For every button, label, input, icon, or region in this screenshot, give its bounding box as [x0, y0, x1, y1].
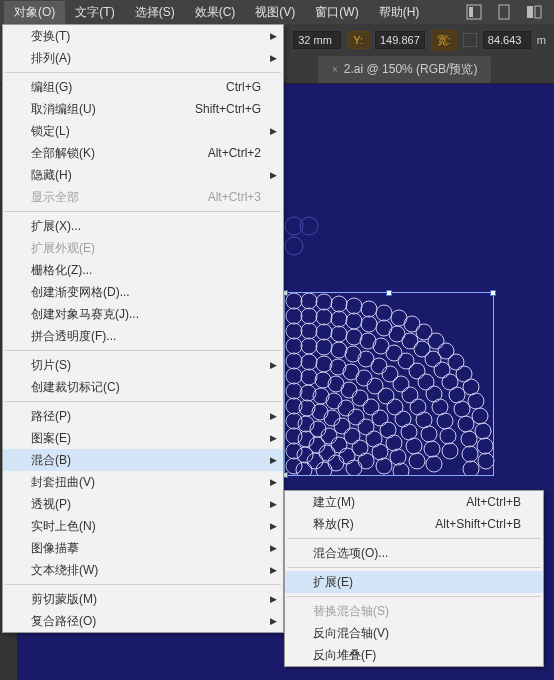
- link-icon[interactable]: [463, 33, 477, 47]
- blend-submenu: 建立(M)Alt+Ctrl+B 释放(R)Alt+Shift+Ctrl+B 混合…: [284, 490, 544, 667]
- mi-arrange[interactable]: 排列(A)▶: [3, 47, 283, 69]
- width-label: 宽:: [431, 30, 457, 51]
- submenu-arrow-icon: ▶: [270, 477, 277, 487]
- mi-lock[interactable]: 锁定(L)▶: [3, 120, 283, 142]
- submenu-arrow-icon: ▶: [270, 616, 277, 626]
- selection-handle[interactable]: [490, 290, 496, 296]
- menu-type[interactable]: 文字(T): [65, 1, 124, 24]
- submenu-arrow-icon: ▶: [270, 521, 277, 531]
- menu-help[interactable]: 帮助(H): [369, 1, 430, 24]
- mi-rasterize[interactable]: 栅格化(Z)...: [3, 259, 283, 281]
- document-tab[interactable]: × 2.ai @ 150% (RGB/预览): [318, 56, 491, 83]
- mi-ungroup[interactable]: 取消编组(U)Shift+Ctrl+G: [3, 98, 283, 120]
- mi-expand[interactable]: 扩展(X)...: [3, 215, 283, 237]
- svg-rect-2: [499, 5, 509, 19]
- close-tab-icon[interactable]: ×: [332, 64, 338, 75]
- menu-effect[interactable]: 效果(C): [185, 1, 246, 24]
- menu-view[interactable]: 视图(V): [245, 1, 305, 24]
- submenu-arrow-icon: ▶: [270, 31, 277, 41]
- mi-expand-appearance: 扩展外观(E): [3, 237, 283, 259]
- mi-transform[interactable]: 变换(T)▶: [3, 25, 283, 47]
- submenu-arrow-icon: ▶: [270, 543, 277, 553]
- menu-separator: [5, 401, 281, 402]
- menu-separator: [287, 567, 541, 568]
- mi-reverse-fb[interactable]: 反向堆叠(F): [285, 644, 543, 666]
- svg-rect-4: [535, 6, 541, 18]
- mi-compound-path[interactable]: 复合路径(O)▶: [3, 610, 283, 632]
- doc-icon[interactable]: [496, 4, 512, 20]
- mi-blend-release[interactable]: 释放(R)Alt+Shift+Ctrl+B: [285, 513, 543, 535]
- y-label: Y:: [347, 31, 369, 49]
- mi-perspective[interactable]: 透视(P)▶: [3, 493, 283, 515]
- menubar: 对象(O) 文字(T) 选择(S) 效果(C) 视图(V) 窗口(W) 帮助(H…: [0, 0, 554, 24]
- mi-blend-expand[interactable]: 扩展(E): [285, 571, 543, 593]
- mi-live-paint[interactable]: 实时上色(N)▶: [3, 515, 283, 537]
- menu-object[interactable]: 对象(O): [4, 1, 65, 24]
- menu-select[interactable]: 选择(S): [125, 1, 185, 24]
- unit-label: m: [537, 34, 546, 46]
- submenu-arrow-icon: ▶: [270, 433, 277, 443]
- mi-blend-options[interactable]: 混合选项(O)...: [285, 542, 543, 564]
- menu-separator: [5, 72, 281, 73]
- svg-rect-3: [527, 6, 533, 18]
- submenu-arrow-icon: ▶: [270, 594, 277, 604]
- submenu-arrow-icon: ▶: [270, 499, 277, 509]
- mi-text-wrap[interactable]: 文本绕排(W)▶: [3, 559, 283, 581]
- submenu-arrow-icon: ▶: [270, 565, 277, 575]
- submenu-arrow-icon: ▶: [270, 53, 277, 63]
- mi-hide[interactable]: 隐藏(H)▶: [3, 164, 283, 186]
- svg-rect-1: [469, 7, 473, 17]
- layout-icon[interactable]: [466, 4, 482, 20]
- submenu-arrow-icon: ▶: [270, 170, 277, 180]
- y-field[interactable]: 149.867: [375, 31, 425, 49]
- mi-blend[interactable]: 混合(B)▶: [3, 449, 283, 471]
- mi-reverse-spine[interactable]: 反向混合轴(V): [285, 622, 543, 644]
- menu-separator: [5, 211, 281, 212]
- selection-handle[interactable]: [386, 290, 392, 296]
- object-menu: 变换(T)▶ 排列(A)▶ 编组(G)Ctrl+G 取消编组(U)Shift+C…: [2, 24, 284, 633]
- mi-envelope[interactable]: 封套扭曲(V)▶: [3, 471, 283, 493]
- mi-unlock-all[interactable]: 全部解锁(K)Alt+Ctrl+2: [3, 142, 283, 164]
- mi-image-trace[interactable]: 图像描摹▶: [3, 537, 283, 559]
- tab-label: 2.ai @ 150% (RGB/预览): [344, 61, 478, 78]
- mi-pattern[interactable]: 图案(E)▶: [3, 427, 283, 449]
- mi-path[interactable]: 路径(P)▶: [3, 405, 283, 427]
- selection-box: [284, 292, 494, 476]
- mi-trim-marks[interactable]: 创建裁切标记(C): [3, 376, 283, 398]
- mi-blend-make[interactable]: 建立(M)Alt+Ctrl+B: [285, 491, 543, 513]
- menu-separator: [287, 596, 541, 597]
- submenu-arrow-icon: ▶: [270, 360, 277, 370]
- menu-window[interactable]: 窗口(W): [305, 1, 368, 24]
- mi-mosaic[interactable]: 创建对象马赛克(J)...: [3, 303, 283, 325]
- mi-replace-spine: 替换混合轴(S): [285, 600, 543, 622]
- mi-flatten[interactable]: 拼合透明度(F)...: [3, 325, 283, 347]
- mi-gradient-mesh[interactable]: 创建渐变网格(D)...: [3, 281, 283, 303]
- mi-clipping-mask[interactable]: 剪切蒙版(M)▶: [3, 588, 283, 610]
- mi-slice[interactable]: 切片(S)▶: [3, 354, 283, 376]
- arrange-icon[interactable]: [526, 4, 542, 20]
- field-1[interactable]: 32 mm: [293, 31, 341, 49]
- mi-show-all: 显示全部Alt+Ctrl+3: [3, 186, 283, 208]
- submenu-arrow-icon: ▶: [270, 455, 277, 465]
- mi-group[interactable]: 编组(G)Ctrl+G: [3, 76, 283, 98]
- submenu-arrow-icon: ▶: [270, 126, 277, 136]
- menu-separator: [5, 584, 281, 585]
- menu-separator: [5, 350, 281, 351]
- width-field[interactable]: 84.643: [483, 31, 531, 49]
- menu-separator: [287, 538, 541, 539]
- submenu-arrow-icon: ▶: [270, 411, 277, 421]
